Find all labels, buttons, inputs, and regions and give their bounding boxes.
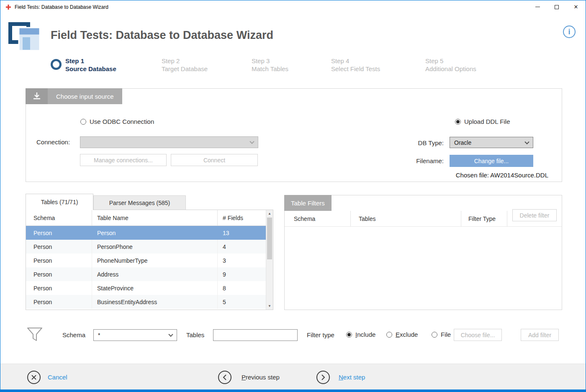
vertical-scrollbar[interactable]: ▲ ▼: [266, 210, 273, 310]
cell-fields: 4: [218, 240, 259, 254]
table-row[interactable]: Person PersonPhone 4: [26, 240, 273, 254]
filter-type-label: Filter type: [307, 331, 334, 338]
manage-connections-label: Manage connections...: [94, 157, 153, 164]
filter-exclude-radio[interactable]: Exclude: [386, 331, 418, 338]
cell-table-name: PhoneNumberType: [92, 254, 218, 267]
table-row[interactable]: Person StateProvince 8: [26, 281, 273, 295]
db-type-value: Oracle: [454, 139, 471, 146]
tables-grid-header: Schema Table Name # Fields: [26, 210, 273, 226]
chevron-down-icon: [524, 139, 529, 144]
info-icon[interactable]: i: [563, 26, 576, 38]
chevron-down-icon: [168, 332, 173, 337]
filter-include-radio[interactable]: Include: [346, 331, 375, 338]
db-type-label: DB Type:: [403, 139, 444, 146]
cell-table-name: Address: [92, 267, 218, 281]
funnel-icon: [26, 326, 43, 345]
add-filter-button[interactable]: Add filter: [521, 329, 559, 341]
filename-label: Filename:: [403, 157, 444, 164]
next-step-icon[interactable]: [316, 371, 330, 384]
step-2-target-database[interactable]: Step 2 Target Database: [162, 57, 208, 73]
step-4-label: Select Field Tests: [331, 65, 380, 73]
connection-label: Connection:: [36, 138, 70, 146]
tables-grid-body: Person Person 13 Person PersonPhone 4 Pe…: [26, 226, 273, 310]
scrollbar-thumb[interactable]: [267, 218, 272, 259]
close-icon: ✕: [574, 4, 578, 10]
add-filter-label: Add filter: [528, 332, 551, 338]
db-type-select[interactable]: Oracle: [450, 137, 533, 148]
titlebar: Field Tests: Database to Database Wizard…: [0, 0, 586, 13]
table-row[interactable]: Person BusinessEntityAddress 5: [26, 295, 273, 309]
cancel-icon[interactable]: [27, 371, 41, 384]
table-row[interactable]: Person Address 9: [26, 267, 273, 281]
cancel-button[interactable]: Cancel: [48, 374, 67, 381]
step-3-match-tables[interactable]: Step 3 Match Tables: [252, 57, 288, 73]
upload-ddl-radio[interactable]: Upload DDL File: [455, 118, 510, 125]
cell-schema: Person: [26, 226, 92, 240]
cell-fields: 8: [218, 281, 259, 295]
table-filters-header-label: Table Filters: [284, 195, 332, 211]
include-radio-label: Include: [355, 331, 375, 338]
filter-schema-label: Schema: [62, 331, 85, 338]
previous-step-icon[interactable]: [218, 371, 231, 384]
scroll-up-icon[interactable]: ▲: [266, 210, 273, 217]
exclude-radio-label: Exclude: [396, 331, 418, 338]
close-button[interactable]: ✕: [566, 0, 586, 13]
window-accent-strip: [0, 389, 586, 392]
tab-tables[interactable]: Tables (71/71): [26, 194, 93, 210]
table-row[interactable]: Person PhoneNumberType 3: [26, 254, 273, 267]
next-step-button[interactable]: Next step: [339, 374, 365, 381]
manage-connections-button[interactable]: Manage connections...: [80, 154, 167, 166]
filter-column-tables[interactable]: Tables: [351, 211, 461, 226]
filter-file-radio[interactable]: File: [432, 331, 451, 338]
input-source-header: Choose input source: [26, 88, 122, 104]
window-controls: ✕: [528, 0, 586, 13]
exclude-radio-icon: [386, 332, 392, 338]
cell-table-name: StateProvince: [92, 281, 218, 295]
filter-column-schema[interactable]: Schema: [285, 211, 351, 226]
scroll-down-icon[interactable]: ▼: [266, 302, 273, 310]
cell-table-name: Person: [92, 226, 218, 240]
column-header-table-name[interactable]: Table Name: [92, 210, 218, 225]
maximize-button[interactable]: [547, 0, 566, 13]
step-5-label: Additional Options: [425, 65, 476, 73]
minimize-button[interactable]: [528, 0, 547, 13]
step-4-name: Step 4: [331, 57, 380, 65]
column-header-fields[interactable]: # Fields: [218, 210, 259, 225]
tab-parser-messages[interactable]: Parser Messages (585): [93, 195, 186, 210]
info-glyph: i: [568, 28, 570, 36]
app-titlebar-icon: [6, 5, 11, 10]
tab-parser-messages-label: Parser Messages (585): [109, 200, 170, 206]
connection-select[interactable]: [80, 136, 258, 148]
step-1-name: Step 1: [65, 57, 116, 65]
minimize-icon: [535, 7, 540, 7]
step-4-select-field-tests[interactable]: Step 4 Select Field Tests: [331, 57, 380, 73]
column-header-schema[interactable]: Schema: [26, 210, 92, 225]
table-filters-header: Table Filters: [284, 195, 332, 211]
choose-file-button[interactable]: Choose file...: [454, 329, 502, 341]
table-row[interactable]: Person Person 13: [26, 226, 273, 240]
filter-schema-value: *: [98, 332, 100, 338]
filter-column-filter-type[interactable]: Filter Type: [461, 211, 507, 226]
input-source-panel: Choose input source Use ODBC Connection …: [26, 88, 562, 182]
delete-filter-button[interactable]: Delete filter: [512, 209, 557, 221]
page-title: Field Tests: Database to Database Wizard: [51, 29, 273, 42]
filter-schema-select[interactable]: *: [93, 329, 177, 341]
table-filters-panel: Table Filters Schema Tables Filter Type …: [284, 195, 562, 310]
step-1-source-database[interactable]: Step 1 Source Database: [65, 57, 116, 73]
odbc-radio-icon: [80, 119, 86, 125]
step-5-additional-options[interactable]: Step 5 Additional Options: [425, 57, 476, 73]
tables-grid: Schema Table Name # Fields Person Person…: [26, 210, 273, 310]
import-icon: [26, 88, 48, 104]
change-file-button[interactable]: Change file...: [450, 155, 533, 167]
cell-schema: Person: [26, 281, 92, 295]
step1-circle-icon: [51, 59, 62, 70]
cell-schema: Person: [26, 267, 92, 281]
odbc-connection-radio[interactable]: Use ODBC Connection: [80, 118, 154, 125]
ddl-radio-icon: [455, 119, 461, 125]
change-file-label: Change file...: [474, 158, 509, 164]
step-3-name: Step 3: [252, 57, 288, 65]
app-window: Field Tests: Database to Database Wizard…: [0, 0, 586, 392]
connect-button[interactable]: Connect: [171, 154, 258, 166]
previous-step-button[interactable]: Previous step: [242, 374, 280, 381]
filter-tables-input[interactable]: [213, 329, 298, 341]
